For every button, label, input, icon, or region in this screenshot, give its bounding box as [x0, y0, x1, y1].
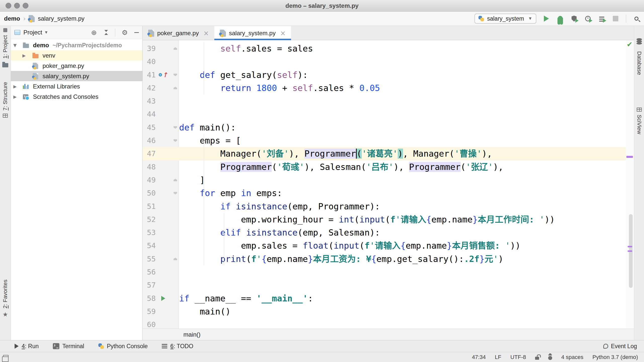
- tree-item-salary-system-py[interactable]: salary_system.py: [11, 71, 142, 81]
- toolwindow-toggle-icon[interactable]: [3, 355, 9, 359]
- line-number[interactable]: 39: [143, 42, 156, 55]
- chevron-down-icon[interactable]: ▼: [44, 30, 48, 35]
- line-number[interactable]: 55: [143, 252, 156, 265]
- toolwindow-button-4-run[interactable]: 4: Run: [15, 343, 39, 350]
- editor-tab-poker_game.py[interactable]: poker_game.py×: [143, 26, 214, 40]
- fold-marker[interactable]: [172, 121, 178, 134]
- search-everywhere-icon[interactable]: [633, 15, 640, 22]
- line-number[interactable]: 40: [143, 55, 156, 68]
- close-window-button[interactable]: [6, 3, 11, 9]
- chevron-right-icon[interactable]: ▶: [22, 53, 26, 58]
- maximize-window-button[interactable]: [23, 3, 28, 9]
- collapse-all-icon[interactable]: [103, 30, 108, 35]
- event-log-button[interactable]: Event Log: [603, 343, 644, 350]
- run-line-icon[interactable]: [158, 292, 168, 305]
- status-47-34[interactable]: 47:34: [472, 354, 486, 360]
- line-number[interactable]: 58: [143, 292, 156, 305]
- editor[interactable]: 394041↑424344454647484950515253545556575…: [143, 40, 634, 329]
- code-line-41[interactable]: def get_salary(self):: [179, 68, 626, 81]
- code-line-49[interactable]: ]: [179, 173, 626, 187]
- concurrency-diagram-icon[interactable]: [598, 15, 605, 22]
- hector-icon[interactable]: [548, 356, 552, 360]
- line-number[interactable]: 54: [143, 239, 156, 252]
- fold-marker[interactable]: [172, 42, 178, 55]
- status-utf-8[interactable]: UTF-8: [510, 354, 526, 360]
- code-line-50[interactable]: for emp in emps:: [179, 187, 626, 200]
- override-method-icon[interactable]: ↑: [158, 68, 168, 81]
- code-line-42[interactable]: return 1800 + self.sales * 0.05: [179, 81, 626, 95]
- stripe-mark[interactable]: [626, 156, 633, 158]
- code-line-57[interactable]: [179, 279, 626, 292]
- fold-marker[interactable]: [172, 81, 178, 95]
- status-4-spaces[interactable]: 4 spaces: [561, 354, 583, 360]
- code-line-48[interactable]: Programmer('荀彧'), Salesman('吕布'), Progra…: [179, 160, 626, 173]
- chevron-down-icon[interactable]: ▼: [13, 43, 17, 48]
- chevron-right-icon[interactable]: ▶: [13, 84, 17, 89]
- fold-marker[interactable]: [172, 68, 178, 81]
- inspections-ok-check-icon[interactable]: ✔: [627, 40, 632, 49]
- code-area[interactable]: self.sales = sales def get_salary(self):…: [179, 42, 626, 329]
- tree-item-demo[interactable]: ▼demo~/PycharmProjects/demo: [11, 40, 142, 50]
- editor-tab-salary_system.py[interactable]: salary_system.py×: [214, 26, 291, 40]
- unlock-icon[interactable]: [535, 357, 539, 360]
- code-line-55[interactable]: print(f'{emp.name}本月工资为: ¥{emp.get_salar…: [179, 252, 626, 265]
- code-line-53[interactable]: elif isinstance(emp, Salesman):: [179, 226, 626, 239]
- stripe-button-sciview[interactable]: SciView: [636, 108, 642, 134]
- code-line-40[interactable]: [179, 55, 626, 68]
- stripe-button-2-favorites[interactable]: 2: Favorites★: [2, 280, 9, 318]
- settings-gear-icon[interactable]: ⚙: [122, 29, 128, 36]
- line-number[interactable]: 52: [143, 213, 156, 226]
- line-number[interactable]: 57: [143, 279, 156, 292]
- breadcrumb-project[interactable]: demo: [4, 15, 20, 22]
- profiler-icon[interactable]: [584, 15, 591, 22]
- line-number[interactable]: 48: [143, 160, 156, 173]
- code-line-59[interactable]: main(): [179, 305, 626, 318]
- fold-marker[interactable]: [172, 134, 178, 147]
- code-line-56[interactable]: [179, 265, 626, 279]
- tree-item-poker-game-py[interactable]: poker_game.py: [11, 61, 142, 71]
- status-lf[interactable]: LF: [495, 354, 501, 360]
- line-number[interactable]: 50: [143, 187, 156, 200]
- line-number[interactable]: 47: [143, 147, 156, 160]
- chevron-right-icon[interactable]: ▶: [13, 94, 17, 99]
- stripe-button-database[interactable]: Database: [636, 38, 642, 75]
- code-line-44[interactable]: [179, 108, 626, 121]
- line-number[interactable]: 43: [143, 95, 156, 108]
- code-line-47[interactable]: Manager('刘备'), Programmer('诸葛亮'), Manage…: [179, 147, 626, 160]
- close-tab-icon[interactable]: ×: [280, 29, 286, 37]
- run-icon[interactable]: [543, 15, 550, 22]
- tree-item-scratches-and-consoles[interactable]: ▶Scratches and Consoles: [11, 92, 142, 102]
- debug-icon[interactable]: [557, 15, 564, 22]
- code-line-39[interactable]: self.sales = sales: [179, 42, 626, 55]
- run-configuration-select[interactable]: salary_system ▼: [474, 14, 536, 24]
- toolwindow-button-terminal[interactable]: Terminal: [53, 343, 84, 350]
- toolwindow-button-python-console[interactable]: Python Console: [98, 343, 148, 350]
- fold-marker[interactable]: [172, 173, 178, 187]
- code-line-60[interactable]: [179, 318, 626, 329]
- code-line-52[interactable]: emp.working_hour = int(input(f'请输入{emp.n…: [179, 213, 626, 226]
- status-python-3-7-demo-[interactable]: Python 3.7 (demo): [592, 354, 638, 360]
- code-line-58[interactable]: if __name__ == '__main__':: [179, 292, 626, 305]
- locate-icon[interactable]: ⊕: [91, 29, 97, 36]
- code-line-45[interactable]: def main():: [179, 121, 626, 134]
- code-line-51[interactable]: if isinstance(emp, Programmer):: [179, 200, 626, 213]
- code-line-43[interactable]: [179, 95, 626, 108]
- line-number[interactable]: 46: [143, 134, 156, 147]
- tree-item-external-libraries[interactable]: ▶External Libraries: [11, 81, 142, 92]
- breadcrumb-file[interactable]: salary_system.py: [38, 15, 84, 22]
- minimize-window-button[interactable]: [14, 3, 20, 9]
- run-with-coverage-icon[interactable]: [571, 15, 578, 22]
- toolwindow-button-6-todo[interactable]: 6: TODO: [162, 343, 193, 350]
- stripe-mark[interactable]: [628, 246, 632, 247]
- fold-marker[interactable]: [172, 187, 178, 200]
- line-number[interactable]: 53: [143, 226, 156, 239]
- line-number[interactable]: 45: [143, 121, 156, 134]
- code-line-54[interactable]: emp.sales = float(input(f'请输入{emp.name}本…: [179, 239, 626, 252]
- stripe-mark[interactable]: [628, 250, 632, 252]
- line-number[interactable]: 44: [143, 108, 156, 121]
- line-number[interactable]: 41: [143, 68, 156, 81]
- line-number[interactable]: 49: [143, 173, 156, 187]
- line-number[interactable]: 51: [143, 200, 156, 213]
- tree-item-venv[interactable]: ▶venv: [11, 50, 142, 61]
- hide-panel-icon[interactable]: [134, 32, 139, 33]
